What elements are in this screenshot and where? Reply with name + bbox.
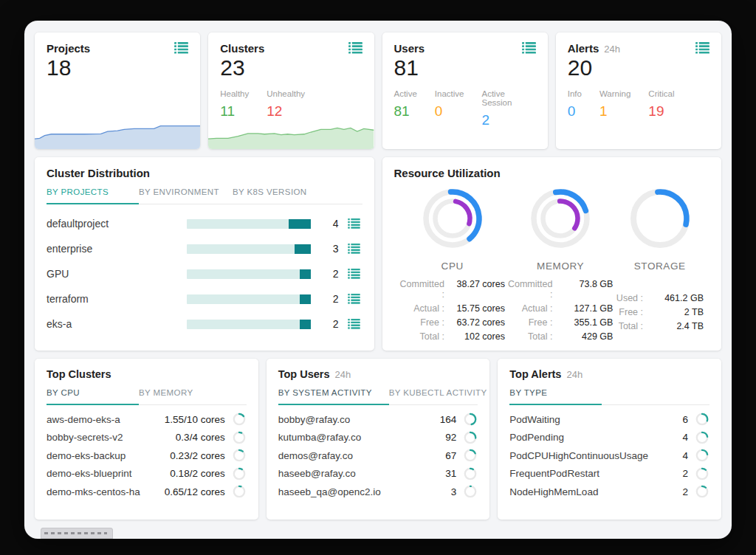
list-item[interactable]: aws-demo-eks-a 1.55/10 cores bbox=[47, 410, 247, 429]
tab-by-memory[interactable]: BY MEMORY bbox=[139, 388, 231, 404]
tab-by-kubectl-activity[interactable]: BY KUBECTL ACTIVITY bbox=[389, 388, 481, 404]
top-users-period-badge: 24h bbox=[335, 369, 351, 380]
middle-row: Cluster Distribution BY PROJECTS BY ENVI… bbox=[35, 157, 721, 351]
list-item[interactable]: NodeHighMemLoad 2 bbox=[509, 483, 709, 501]
distribution-row[interactable]: eks-a 2 bbox=[47, 311, 362, 337]
tab-by-environment[interactable]: BY ENVIRONMENT bbox=[139, 187, 233, 204]
stat-value: 0 bbox=[568, 103, 582, 120]
list-item[interactable]: demo-eks-backup 0.23/2 cores bbox=[47, 447, 247, 465]
distribution-row[interactable]: terraform 2 bbox=[47, 286, 362, 311]
link-preview-tooltip bbox=[41, 528, 113, 539]
usage-ring-chart bbox=[233, 449, 246, 462]
top-alerts-tabs: BY TYPE bbox=[509, 388, 709, 405]
activity-count: 3 bbox=[451, 486, 457, 497]
users-count: 81 bbox=[394, 55, 536, 80]
list-icon[interactable] bbox=[174, 42, 188, 54]
alert-type: PodPending bbox=[509, 432, 675, 443]
memory-stats: Committed :73.8 GB Actual :127.1 GB Free… bbox=[506, 279, 614, 342]
stat-value: 19 bbox=[648, 103, 674, 120]
cpu-gauge-column: CPU Committed :38.27 cores Actual :15.75… bbox=[399, 182, 506, 342]
activity-count: 67 bbox=[445, 450, 456, 461]
list-icon[interactable] bbox=[348, 294, 360, 304]
list-item[interactable]: PodWaiting 6 bbox=[509, 410, 709, 429]
alert-count: 2 bbox=[682, 468, 688, 479]
list-item[interactable]: haseeb@rafay.co 31 bbox=[278, 465, 478, 483]
top-clusters-list: aws-demo-eks-a 1.55/10 cores bobby-secre… bbox=[47, 410, 247, 501]
tab-by-system-activity[interactable]: BY SYSTEM ACTIVITY bbox=[278, 388, 389, 405]
list-icon[interactable] bbox=[695, 42, 709, 54]
stat-value: 15.75 cores bbox=[450, 303, 505, 314]
usage-ring-chart bbox=[233, 431, 246, 444]
stat-value: 429 GB bbox=[558, 331, 613, 342]
list-item[interactable]: demo-mks-centos-ha 0.65/12 cores bbox=[47, 483, 247, 501]
list-icon[interactable] bbox=[348, 218, 360, 229]
list-item[interactable]: PodCPUHighContinuousUsage 4 bbox=[509, 447, 709, 465]
tab-by-cpu[interactable]: BY CPU bbox=[47, 388, 139, 405]
tab-by-k8s-version[interactable]: BY K8S VERSION bbox=[233, 187, 325, 204]
stat-active-session: Active Session 2 bbox=[481, 89, 535, 128]
stat-inactive: Inactive 0 bbox=[435, 89, 464, 128]
cluster-count: 2 bbox=[320, 318, 339, 330]
alert-ring-chart bbox=[695, 485, 709, 498]
stat-label: Committed : bbox=[400, 279, 444, 300]
clusters-count: 23 bbox=[220, 55, 362, 80]
stat-value: 0 bbox=[435, 103, 464, 120]
activity-ring-chart bbox=[464, 413, 477, 426]
stat-value: 2 bbox=[481, 112, 535, 128]
list-item[interactable]: PodPending 4 bbox=[509, 429, 709, 447]
stat-value: 102 cores bbox=[450, 331, 505, 342]
list-icon[interactable] bbox=[348, 42, 362, 54]
list-item[interactable]: bobby-secrets-v2 0.3/4 cores bbox=[47, 429, 247, 447]
list-item[interactable]: haseeb_qa@openc2.io 3 bbox=[278, 483, 478, 501]
list-icon[interactable] bbox=[348, 244, 360, 254]
stat-label: Free : bbox=[508, 317, 552, 328]
projects-count: 18 bbox=[47, 55, 188, 80]
cluster-distribution-tabs: BY PROJECTS BY ENVIRONMENT BY K8S VERSIO… bbox=[47, 187, 362, 204]
stat-active: Active 81 bbox=[394, 89, 417, 128]
clusters-card: Clusters 23 Healthy 11 Unhealthy 12 bbox=[208, 32, 374, 149]
top-users-tabs: BY SYSTEM ACTIVITY BY KUBECTL ACTIVITY bbox=[278, 388, 478, 405]
alert-ring-chart bbox=[695, 467, 709, 480]
stat-label: Total : bbox=[400, 331, 444, 342]
cluster-distribution-list: defaultproject 4 enterprise 3 GPU 2 bbox=[47, 211, 362, 337]
cluster-usage: 0.23/2 cores bbox=[170, 450, 224, 461]
list-item[interactable]: kutumba@rafay.co 92 bbox=[278, 429, 478, 447]
stat-value: 1 bbox=[599, 103, 630, 120]
list-item[interactable]: FrequentPodRestart 2 bbox=[509, 465, 709, 483]
tab-by-type[interactable]: BY TYPE bbox=[509, 388, 602, 405]
stat-value: 461.2 GB bbox=[649, 293, 704, 303]
list-item[interactable]: bobby@rafay.co 164 bbox=[278, 410, 478, 429]
usage-ring-chart bbox=[233, 485, 246, 498]
stat-value: 355.1 GB bbox=[558, 317, 613, 328]
top-clusters-tabs: BY CPU BY MEMORY bbox=[47, 388, 247, 405]
distribution-row[interactable]: GPU 2 bbox=[47, 261, 362, 286]
list-item[interactable]: demo-eks-blueprint 0.18/2 cores bbox=[47, 465, 247, 483]
top-alerts-period-badge: 24h bbox=[566, 369, 583, 380]
stat-value: 81 bbox=[394, 103, 417, 120]
list-icon[interactable] bbox=[348, 319, 360, 329]
distribution-bar bbox=[187, 219, 311, 229]
activity-count: 92 bbox=[445, 432, 456, 443]
projects-trend-chart bbox=[35, 115, 200, 149]
list-icon[interactable] bbox=[348, 269, 360, 279]
storage-donut-chart bbox=[624, 182, 696, 255]
cluster-name: demo-eks-backup bbox=[47, 450, 162, 461]
top-users-card: Top Users 24h BY SYSTEM ACTIVITY BY KUBE… bbox=[267, 359, 490, 520]
stat-critical: Critical 19 bbox=[648, 89, 674, 120]
list-icon[interactable] bbox=[522, 42, 536, 54]
stat-label: Free : bbox=[400, 317, 444, 328]
storage-gauge-column: STORAGE Used :461.2 GB Free :2 TB Total … bbox=[614, 182, 705, 342]
alert-type: NodeHighMemLoad bbox=[509, 486, 675, 497]
memory-donut-chart bbox=[524, 182, 597, 255]
stat-label: Free : bbox=[616, 307, 643, 317]
list-item[interactable]: demos@rafay.co 67 bbox=[278, 447, 478, 465]
tab-by-projects[interactable]: BY PROJECTS bbox=[47, 187, 139, 204]
distribution-row[interactable]: enterprise 3 bbox=[47, 236, 362, 261]
alerts-period-badge: 24h bbox=[604, 44, 620, 55]
alert-type: PodCPUHighContinuousUsage bbox=[509, 450, 675, 461]
cpu-stats: Committed :38.27 cores Actual :15.75 cor… bbox=[399, 279, 506, 342]
distribution-row[interactable]: defaultproject 4 bbox=[47, 211, 362, 236]
project-name: eks-a bbox=[47, 318, 178, 330]
user-email: kutumba@rafay.co bbox=[278, 432, 439, 443]
top-users-list: bobby@rafay.co 164 kutumba@rafay.co 92 d… bbox=[278, 410, 478, 501]
